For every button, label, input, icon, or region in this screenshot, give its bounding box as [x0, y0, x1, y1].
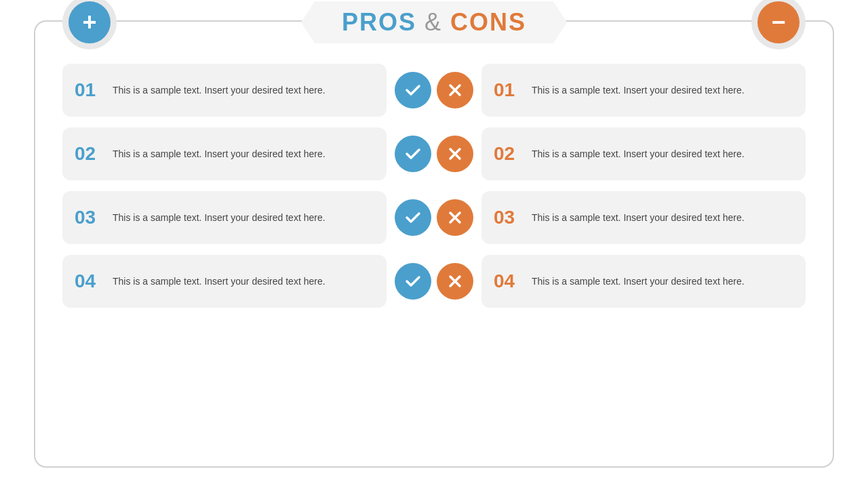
check-icon-4 — [395, 263, 431, 300]
pros-icon-outer: + — [62, 0, 117, 49]
pros-column: 01 This is a sample text. Insert your de… — [62, 64, 387, 308]
cross-svg-4 — [446, 272, 465, 291]
cross-icon-2 — [437, 136, 473, 172]
cons-row-3: 03 This is a sample text. Insert your de… — [481, 191, 806, 244]
icon-pair-1 — [395, 64, 473, 117]
pros-row-2: 02 This is a sample text. Insert your de… — [62, 127, 387, 180]
pros-row-3: 03 This is a sample text. Insert your de… — [62, 191, 387, 244]
checkmark-svg-2 — [403, 144, 422, 163]
cross-icon-4 — [437, 263, 473, 300]
pros-card-3: 03 This is a sample text. Insert your de… — [62, 191, 387, 244]
icon-pair-2 — [395, 127, 473, 180]
cons-text-3: This is a sample text. Insert your desir… — [532, 211, 745, 225]
ampersand: & — [425, 8, 442, 37]
pros-number-1: 01 — [75, 79, 103, 101]
cross-icon-3 — [437, 199, 473, 236]
middle-icons — [387, 64, 481, 308]
cons-card-4: 04 This is a sample text. Insert your de… — [481, 255, 806, 308]
cross-svg-1 — [446, 81, 465, 100]
pros-text-4: This is a sample text. Insert your desir… — [113, 274, 326, 289]
plus-icon: + — [82, 8, 96, 37]
cons-card-3: 03 This is a sample text. Insert your de… — [481, 191, 806, 244]
minus-icon-circle: − — [757, 1, 800, 43]
pros-text-1: This is a sample text. Insert your desir… — [113, 83, 326, 98]
pros-row-1: 01 This is a sample text. Insert your de… — [62, 64, 387, 117]
cons-row-2: 02 This is a sample text. Insert your de… — [481, 127, 806, 180]
minus-icon: − — [771, 8, 785, 37]
checkmark-svg-4 — [403, 272, 422, 291]
cons-text-1: This is a sample text. Insert your desir… — [532, 83, 745, 98]
cross-icon-1 — [437, 72, 473, 108]
pros-number-3: 03 — [75, 207, 103, 228]
pros-number-4: 04 — [75, 270, 103, 292]
cross-svg-2 — [446, 144, 465, 163]
cons-number-4: 04 — [494, 270, 522, 292]
cons-text-2: This is a sample text. Insert your desir… — [532, 147, 745, 161]
cons-row-4: 04 This is a sample text. Insert your de… — [481, 255, 806, 308]
cons-row-1: 01 This is a sample text. Insert your de… — [481, 64, 806, 117]
check-icon-3 — [395, 199, 431, 236]
pros-card-1: 01 This is a sample text. Insert your de… — [62, 64, 387, 117]
pros-row-4: 04 This is a sample text. Insert your de… — [62, 255, 387, 308]
pros-card-2: 02 This is a sample text. Insert your de… — [62, 127, 387, 180]
cons-number-3: 03 — [494, 207, 522, 228]
cons-card-1: 01 This is a sample text. Insert your de… — [481, 64, 806, 117]
cons-number-1: 01 — [494, 79, 522, 101]
cons-text-4: This is a sample text. Insert your desir… — [532, 274, 745, 289]
cross-svg-3 — [446, 208, 465, 227]
content-area: 01 This is a sample text. Insert your de… — [62, 64, 806, 308]
cons-number-2: 02 — [494, 143, 522, 165]
icon-pair-4 — [395, 255, 473, 308]
check-icon-2 — [395, 136, 431, 172]
pros-title: PROS — [342, 8, 416, 37]
pros-text-3: This is a sample text. Insert your desir… — [113, 211, 326, 225]
title-text: PROS & CONS — [342, 8, 526, 37]
plus-icon-circle: + — [68, 1, 111, 43]
slide-container: + PROS & CONS − 01 This is a sam — [34, 20, 834, 468]
check-icon-1 — [395, 72, 431, 108]
title-banner: PROS & CONS — [301, 1, 567, 43]
checkmark-svg-3 — [403, 208, 422, 227]
cons-title: CONS — [450, 8, 526, 37]
header: + PROS & CONS − — [62, 1, 806, 43]
cons-column: 01 This is a sample text. Insert your de… — [481, 64, 806, 308]
icon-pair-3 — [395, 191, 473, 244]
pros-card-4: 04 This is a sample text. Insert your de… — [62, 255, 387, 308]
pros-number-2: 02 — [75, 143, 103, 165]
cons-card-2: 02 This is a sample text. Insert your de… — [481, 127, 806, 180]
checkmark-svg-1 — [403, 81, 422, 100]
cons-icon-outer: − — [751, 0, 806, 49]
pros-text-2: This is a sample text. Insert your desir… — [113, 147, 326, 161]
